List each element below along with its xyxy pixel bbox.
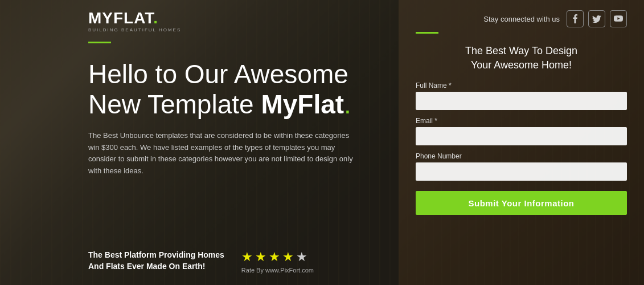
contact-form: Full Name * Email * Phone Number Submit … — [416, 82, 627, 215]
phone-group: Phone Number — [416, 152, 627, 181]
right-panel: Stay connected with us — [399, 0, 644, 285]
rate-text: Rate By www.PixFort.com — [241, 267, 314, 274]
bottom-section: The Best Platform Providing Homes And Fl… — [88, 250, 376, 274]
star-2: ★ — [255, 250, 266, 264]
stars-area: ★ ★ ★ ★ ★ Rate By www.PixFort.com — [241, 250, 314, 274]
social-header: Stay connected with us — [416, 10, 627, 27]
hero-description: The Best Unbounce templates that are con… — [88, 130, 362, 177]
twitter-icon[interactable] — [588, 10, 605, 27]
submit-button[interactable]: Submit Your Information — [416, 191, 627, 215]
email-label: Email * — [416, 117, 627, 125]
email-input[interactable] — [416, 127, 627, 145]
full-name-input[interactable] — [416, 92, 627, 110]
phone-input[interactable] — [416, 162, 627, 181]
full-name-label: Full Name * — [416, 82, 627, 89]
full-name-group: Full Name * — [416, 82, 627, 110]
logo-tagline: BUILDING BEAUTIFUL HOMES — [88, 27, 376, 32]
green-divider-right — [416, 32, 438, 34]
phone-label: Phone Number — [416, 152, 627, 160]
form-title: The Best Way To Design Your Awesome Home… — [416, 44, 627, 72]
brand-name-bold: MyFlat — [261, 89, 344, 119]
star-rating: ★ ★ ★ ★ ★ — [241, 250, 307, 264]
main-container: MYFLAT. BUILDING BEAUTIFUL HOMES Hello t… — [0, 0, 644, 285]
social-icons — [567, 10, 627, 27]
green-divider — [88, 42, 111, 43]
star-3: ★ — [269, 250, 280, 264]
logo-area: MYFLAT. BUILDING BEAUTIFUL HOMES — [88, 10, 376, 32]
logo-dot: . — [153, 9, 158, 27]
email-group: Email * — [416, 117, 627, 145]
facebook-icon[interactable] — [567, 10, 584, 27]
tagline-text: The Best Platform Providing Homes And Fl… — [88, 250, 224, 272]
title-dot: . — [344, 89, 351, 119]
hero-title: Hello to Our AwesomeNew Template MyFlat. — [88, 59, 376, 120]
star-1: ★ — [241, 250, 253, 264]
social-label: Stay connected with us — [483, 15, 560, 23]
logo: MYFLAT. — [88, 10, 376, 26]
star-4: ★ — [282, 250, 294, 264]
star-5: ★ — [296, 250, 307, 264]
youtube-icon[interactable] — [610, 10, 627, 27]
left-panel: MYFLAT. BUILDING BEAUTIFUL HOMES Hello t… — [0, 0, 399, 285]
